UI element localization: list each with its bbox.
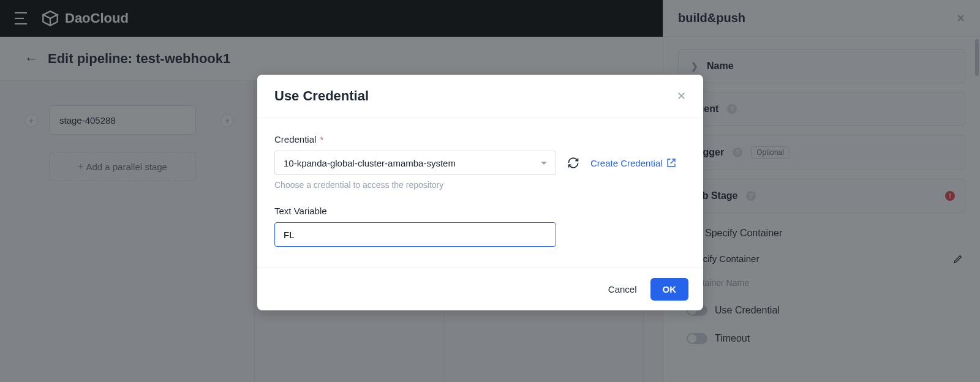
use-credential-modal: Use Credential ✕ Credential * 10-kpanda-… bbox=[257, 75, 703, 310]
create-credential-label: Create Credential bbox=[590, 158, 663, 168]
credential-select-value: 10-kpanda-global-cluster-amamba-system bbox=[284, 158, 456, 168]
external-link-icon bbox=[666, 158, 676, 168]
credential-select[interactable]: 10-kpanda-global-cluster-amamba-system bbox=[274, 151, 556, 175]
refresh-icon[interactable] bbox=[567, 157, 579, 169]
credential-label: Credential bbox=[274, 134, 316, 144]
text-variable-input[interactable] bbox=[274, 222, 556, 247]
required-star: * bbox=[320, 134, 323, 144]
text-variable-label: Text Variable bbox=[274, 206, 327, 216]
create-credential-link[interactable]: Create Credential bbox=[590, 158, 676, 168]
modal-title: Use Credential bbox=[274, 88, 369, 104]
credential-hint: Choose a credential to access the reposi… bbox=[274, 180, 686, 190]
cancel-button[interactable]: Cancel bbox=[608, 284, 637, 294]
close-icon[interactable]: ✕ bbox=[677, 89, 686, 103]
ok-button[interactable]: OK bbox=[650, 278, 689, 301]
